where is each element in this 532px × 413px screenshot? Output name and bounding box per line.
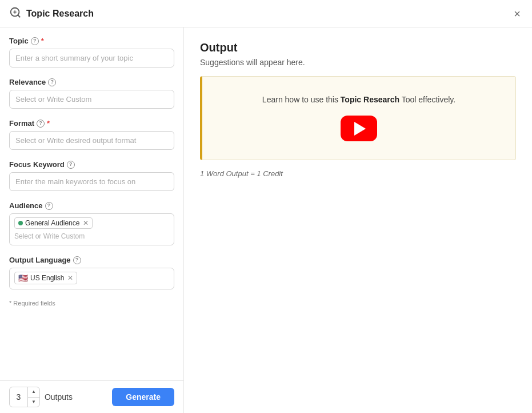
relevance-label: Relevance ? [9,78,174,86]
close-button[interactable]: × [511,6,523,22]
general-audience-dot [18,221,23,225]
general-audience-label: General Audience [25,219,79,227]
main-layout: Topic ? * Relevance ? Format ? * [0,27,532,413]
header-left: Topic Research [9,6,94,21]
right-panel: Output Suggestions will appear here. Lea… [184,27,532,413]
outputs-label: Outputs [45,392,73,402]
format-input[interactable] [9,131,174,150]
format-required-star: * [47,119,50,128]
video-container: Learn how to use this Topic Research Too… [200,76,516,160]
generate-button[interactable]: Generate [112,388,174,406]
bottom-bar: 3 ▲ ▼ Outputs Generate [0,380,183,413]
relevance-input[interactable] [9,90,174,109]
audience-placeholder-row: Select or Write Custom [14,231,169,241]
left-scroll-area: Topic ? * Relevance ? Format ? * [0,27,183,380]
audience-tag-row: General Audience ✕ [14,217,169,229]
audience-help-icon[interactable]: ? [45,202,53,210]
stepper-up-button[interactable]: ▲ [28,387,39,398]
page-title: Topic Research [26,9,94,19]
audience-label: Audience ? [9,201,174,210]
topic-input[interactable] [9,49,174,67]
outputs-stepper: 3 ▲ ▼ [9,387,40,407]
focus-keyword-field-group: Focus Keyword ? [9,160,174,191]
format-field-group: Format ? * [9,119,174,150]
required-note: * Required fields [9,300,174,307]
topic-label: Topic ? * [9,37,174,45]
output-language-tag-input[interactable]: 🇺🇸 US English ✕ [9,268,174,289]
focus-keyword-help-icon[interactable]: ? [67,161,75,169]
focus-keyword-label: Focus Keyword ? [9,160,174,169]
us-english-tag: 🇺🇸 US English ✕ [14,272,77,284]
output-language-help-icon[interactable]: ? [73,256,81,264]
general-audience-tag: General Audience ✕ [14,217,93,229]
audience-tag-input[interactable]: General Audience ✕ Select or Write Custo… [9,213,174,245]
format-label: Format ? * [9,119,174,128]
general-audience-remove[interactable]: ✕ [83,220,89,227]
output-subtitle: Suggestions will appear here. [200,58,516,67]
stepper-arrows: ▲ ▼ [28,387,39,407]
outputs-value: 3 [10,387,28,407]
output-language-tag-row: 🇺🇸 US English ✕ [14,272,169,284]
app-header: Topic Research × [0,0,532,27]
audience-placeholder: Select or Write Custom [14,231,85,241]
audience-field-group: Audience ? General Audience ✕ Select or … [9,201,174,245]
left-panel: Topic ? * Relevance ? Format ? * [0,27,184,413]
credit-note: 1 Word Output = 1 Credit [200,169,516,178]
relevance-field-group: Relevance ? [9,78,174,109]
focus-keyword-input[interactable] [9,172,174,191]
topic-research-icon [9,6,22,21]
us-english-label: US English [30,274,64,282]
output-title: Output [200,41,516,54]
youtube-play-button[interactable] [341,116,377,141]
video-text: Learn how to use this Topic Research Too… [262,95,455,104]
us-flag: 🇺🇸 [18,273,28,283]
stepper-down-button[interactable]: ▼ [28,398,39,407]
topic-required-star: * [41,37,44,45]
output-language-label: Output Language ? [9,256,174,264]
youtube-play-icon [354,122,366,136]
relevance-help-icon[interactable]: ? [48,78,56,86]
us-english-remove[interactable]: ✕ [67,275,73,281]
topic-help-icon[interactable]: ? [31,37,39,45]
topic-field-group: Topic ? * [9,37,174,67]
output-language-field-group: Output Language ? 🇺🇸 US English ✕ [9,256,174,289]
format-help-icon[interactable]: ? [37,120,45,128]
